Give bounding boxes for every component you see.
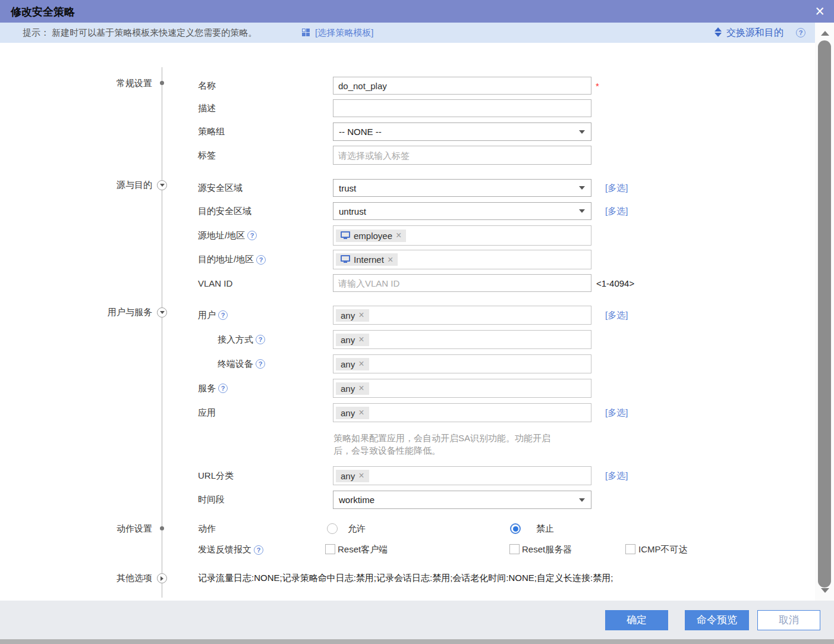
cancel-button[interactable]: 取消 (757, 610, 820, 630)
address-object-icon (341, 255, 350, 262)
selected-value-chip: any× (336, 334, 369, 346)
command-preview-button[interactable]: 命令预览 (685, 610, 749, 630)
reset-server-label[interactable]: Reset服务器 (522, 544, 572, 555)
help-icon[interactable]: ? (256, 255, 266, 265)
action-allow-radio[interactable] (327, 523, 338, 534)
help-icon[interactable]: ? (218, 384, 228, 393)
source-address-field[interactable]: employee× (333, 225, 591, 246)
selected-value-chip: Internet× (336, 253, 398, 266)
name-input[interactable] (333, 77, 591, 95)
tags-input[interactable] (333, 146, 591, 165)
vlan-label: VLAN ID (198, 274, 232, 292)
selected-value-chip: any× (336, 407, 369, 419)
template-icon (302, 29, 310, 36)
swap-icon (715, 27, 722, 37)
modify-security-policy-dialog: 修改安全策略 × 提示： 新建时可以基于策略模板来快速定义您需要的策略。 [选择… (0, 0, 834, 644)
help-icon[interactable]: ? (247, 231, 257, 240)
remove-icon[interactable]: × (358, 310, 364, 320)
dialog-titlebar: 修改安全策略 × (0, 0, 834, 23)
hint-bar: 提示： 新建时可以基于策略模板来快速定义您需要的策略。 [选择策略模板] 交换源… (0, 23, 815, 43)
remove-icon[interactable]: × (358, 408, 364, 417)
time-range-select[interactable]: worktime (333, 491, 591, 509)
url-category-field[interactable]: any× (333, 466, 591, 485)
remove-icon[interactable]: × (388, 255, 393, 265)
policy-group-label: 策略组 (198, 122, 225, 141)
choose-template-link[interactable]: [选择策略模板] (315, 23, 373, 43)
dest-address-label: 目的地址/地区? (198, 250, 266, 269)
dest-zone-select[interactable]: untrust (333, 202, 591, 220)
required-mark: * (596, 77, 599, 95)
service-field[interactable]: any× (333, 379, 591, 398)
help-icon[interactable]: ? (796, 28, 805, 37)
application-multi-link[interactable]: [多选] (605, 403, 628, 422)
access-mode-field[interactable]: any× (333, 330, 591, 349)
section-user-service: 用户与服务 (77, 306, 152, 319)
help-icon[interactable]: ? (254, 545, 263, 555)
action-deny-label[interactable]: 禁止 (536, 523, 554, 535)
sa-note-line1: 策略如果配置应用，会自动开启SA识别功能。功能开启 (333, 432, 550, 444)
selected-value-chip: any× (336, 470, 369, 482)
address-object-icon (341, 231, 350, 238)
tags-label: 标签 (198, 146, 216, 165)
help-icon[interactable]: ? (256, 359, 265, 369)
vlan-input[interactable] (333, 274, 591, 292)
remove-icon[interactable]: × (358, 359, 364, 369)
action-label: 动作 (198, 523, 216, 535)
reset-server-checkbox[interactable] (509, 544, 520, 554)
section-action: 动作设置 (77, 522, 152, 535)
selected-value-chip: any× (336, 358, 369, 370)
section-general-dot (160, 81, 164, 85)
remove-icon[interactable]: × (358, 335, 364, 344)
expand-icon[interactable] (157, 573, 167, 583)
vertical-scrollbar[interactable] (815, 23, 834, 601)
description-input[interactable] (333, 99, 591, 117)
chevron-down-icon (579, 209, 585, 213)
reset-client-label[interactable]: Reset客户端 (338, 544, 388, 555)
help-icon[interactable]: ? (218, 310, 228, 320)
action-allow-label[interactable]: 允许 (348, 523, 366, 535)
user-multi-link[interactable]: [多选] (605, 306, 628, 325)
user-field[interactable]: any× (333, 306, 591, 325)
action-deny-radio[interactable] (510, 523, 521, 534)
dest-address-field[interactable]: Internet× (333, 250, 591, 269)
remove-icon[interactable]: × (358, 471, 364, 480)
source-zone-multi-link[interactable]: [多选] (605, 179, 628, 197)
swap-source-dest-link[interactable]: 交换源和目的 (726, 23, 783, 43)
remove-icon[interactable]: × (396, 231, 401, 240)
ok-button[interactable]: 确定 (605, 610, 668, 630)
remove-icon[interactable]: × (358, 384, 364, 393)
scroll-down-icon[interactable] (821, 588, 829, 593)
source-zone-select[interactable]: trust (333, 179, 591, 197)
section-other: 其他选项 (77, 571, 152, 585)
chevron-down-icon (579, 186, 585, 190)
scroll-up-icon[interactable] (821, 31, 829, 36)
url-category-label: URL分类 (198, 466, 234, 485)
reset-client-checkbox[interactable] (325, 544, 335, 554)
icmp-unreachable-label[interactable]: ICMP不可达 (638, 544, 688, 555)
icmp-unreachable-checkbox[interactable] (625, 544, 635, 554)
policy-group-select[interactable]: -- NONE -- (333, 122, 591, 141)
close-icon[interactable]: × (815, 1, 824, 22)
collapse-icon[interactable] (157, 180, 167, 190)
chevron-down-icon (579, 498, 585, 502)
terminal-device-field[interactable]: any× (333, 354, 591, 373)
source-address-label: 源地址/地区? (198, 225, 257, 246)
vlan-range-hint: <1-4094> (596, 274, 634, 292)
collapse-icon[interactable] (157, 307, 167, 318)
terminal-device-label: 终端设备? (218, 354, 265, 373)
dest-zone-multi-link[interactable]: [多选] (605, 202, 628, 220)
url-category-multi-link[interactable]: [多选] (605, 466, 628, 485)
feedback-label: 发送反馈报文? (198, 544, 263, 555)
scrollbar-thumb[interactable] (818, 40, 831, 588)
name-label: 名称 (198, 77, 216, 95)
application-field[interactable]: any× (333, 403, 591, 422)
sa-note-line2: 后，会导致设备性能降低。 (333, 444, 440, 457)
time-range-label: 时间段 (198, 491, 225, 509)
bottom-scrollbar[interactable] (0, 639, 834, 644)
user-label: 用户? (198, 306, 228, 325)
source-zone-label: 源安全区域 (198, 179, 243, 197)
dialog-footer: 确定 命令预览 取消 (0, 601, 834, 639)
help-icon[interactable]: ? (256, 335, 265, 344)
section-action-dot (160, 526, 164, 530)
application-label: 应用 (198, 403, 216, 422)
